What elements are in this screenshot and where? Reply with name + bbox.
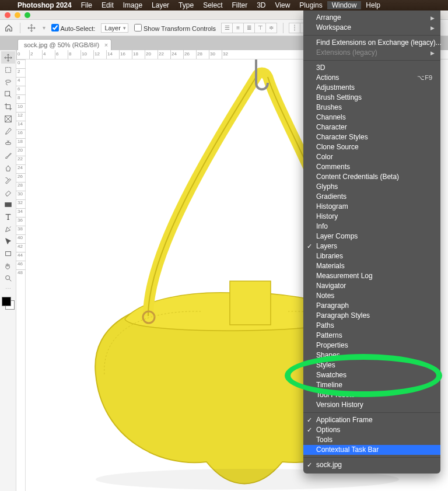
home-icon[interactable] [4, 23, 14, 33]
menu-item-3d[interactable]: 3D [303, 63, 440, 73]
object-select-tool[interactable] [1, 88, 15, 100]
separator [283, 23, 284, 33]
menu-item-libraries[interactable]: Libraries [303, 251, 440, 261]
menu-item-actions[interactable]: Actions⌥F9 [303, 73, 440, 83]
align-left-button[interactable]: ☰ [221, 23, 233, 33]
minimize-window-button[interactable] [15, 12, 20, 18]
menu-item-gradients[interactable]: Gradients [303, 192, 440, 202]
menu-item-info[interactable]: Info [303, 222, 440, 232]
align-center-h-button[interactable]: ≡ [232, 23, 244, 33]
menu-item-content-credentials-beta[interactable]: Content Credentials (Beta) [303, 172, 440, 182]
menu-item-version-history[interactable]: Version History [303, 400, 440, 410]
align-right-button[interactable]: ≣ [243, 23, 255, 33]
menu-item-sock-jpg[interactable]: ✓sock.jpg [303, 460, 440, 470]
menu-item-adjustments[interactable]: Adjustments [303, 83, 440, 93]
menu-item-character-styles[interactable]: Character Styles [303, 132, 440, 142]
distribute-1-button[interactable]: ┆ [289, 23, 300, 33]
menu-separator [303, 457, 440, 458]
close-tab-button[interactable]: × [104, 41, 108, 48]
menu-file[interactable]: File [76, 1, 97, 9]
menu-item-materials[interactable]: Materials [303, 261, 440, 271]
menu-edit[interactable]: Edit [97, 1, 118, 9]
eyedropper-small-tool[interactable] [1, 125, 15, 137]
svg-rect-4 [5, 202, 11, 206]
mac-menubar: Photoshop 2024 FileEditImageLayerTypeSel… [0, 0, 448, 10]
align-top-button[interactable]: ⊤ [254, 23, 266, 33]
menu-view[interactable]: View [271, 1, 295, 9]
window-menu-dropdown[interactable]: Arrange▶Workspace▶Find Extensions on Exc… [303, 10, 440, 474]
menu-item-workspace[interactable]: Workspace▶ [303, 23, 440, 33]
rectangle-tool[interactable] [1, 247, 15, 259]
menu-filter[interactable]: Filter [227, 1, 252, 9]
auto-select-mode-select[interactable]: Layer [101, 23, 128, 33]
menu-item-clone-source[interactable]: Clone Source [303, 142, 440, 152]
menu-item-timeline[interactable]: Timeline [303, 380, 440, 390]
menu-item-brushes[interactable]: Brushes [303, 103, 440, 113]
type-tool[interactable] [1, 211, 15, 223]
gradient-rect-tool[interactable] [1, 198, 15, 211]
history-brush-tool[interactable] [1, 174, 15, 186]
menu-item-glyphs[interactable]: Glyphs [303, 182, 440, 192]
brush-small-tool[interactable] [1, 149, 15, 162]
document-tab[interactable]: sock.jpg @ 50% (RGB/8#) × [18, 39, 111, 50]
menu-item-styles[interactable]: Styles [303, 360, 440, 370]
lasso-tool[interactable] [1, 76, 15, 88]
menu-item-notes[interactable]: Notes [303, 291, 440, 301]
frame-tool[interactable] [1, 113, 15, 125]
menu-item-options[interactable]: ✓Options [303, 425, 440, 435]
menu-select[interactable]: Select [198, 1, 227, 9]
eraser-tool[interactable] [1, 186, 15, 198]
menu-layer[interactable]: Layer [147, 1, 174, 9]
menu-item-paragraph[interactable]: Paragraph [303, 301, 440, 311]
menu-item-paths[interactable]: Paths [303, 321, 440, 331]
menu-item-color[interactable]: Color [303, 152, 440, 162]
move-tool-icon [26, 23, 37, 33]
crop-tool[interactable] [1, 100, 15, 113]
menu-item-application-frame[interactable]: ✓Application Frame [303, 415, 440, 425]
color-swatches[interactable] [1, 296, 15, 310]
show-transform-checkbox[interactable]: Show Transform Controls [134, 23, 216, 32]
menu-item-patterns[interactable]: Patterns [303, 331, 440, 341]
pen-tool[interactable] [1, 223, 15, 235]
menu-3d[interactable]: 3D [252, 1, 270, 9]
clone-tool[interactable] [1, 162, 15, 174]
menu-image[interactable]: Image [118, 1, 147, 9]
dropdown-caret-icon[interactable]: ▾ [43, 24, 46, 31]
menu-item-character[interactable]: Character [303, 122, 440, 132]
tool-overflow[interactable]: ⋯ [5, 285, 11, 292]
menu-window[interactable]: Window [327, 1, 362, 9]
menu-item-paragraph-styles[interactable]: Paragraph Styles [303, 311, 440, 321]
path-select-tool[interactable] [1, 235, 15, 247]
auto-select-checkbox[interactable]: Auto-Select: [51, 23, 95, 32]
menu-item-histogram[interactable]: Histogram [303, 202, 440, 212]
menu-item-comments[interactable]: Comments [303, 162, 440, 172]
menu-help[interactable]: Help [361, 1, 385, 9]
menu-item-channels[interactable]: Channels [303, 113, 440, 122]
zoom-window-button[interactable] [24, 12, 30, 18]
menu-item-navigator[interactable]: Navigator [303, 281, 440, 291]
menu-item-find-extensions-on-exchange-legacy[interactable]: Find Extensions on Exchange (legacy)... [303, 38, 440, 48]
menu-item-brush-settings[interactable]: Brush Settings [303, 93, 440, 103]
menu-item-layers[interactable]: ✓Layers [303, 241, 440, 251]
menu-item-contextual-task-bar[interactable]: Contextual Task Bar [303, 445, 440, 455]
hand-tool[interactable] [1, 259, 15, 272]
menu-item-arrange[interactable]: Arrange▶ [303, 13, 440, 23]
menu-item-tools[interactable]: Tools [303, 435, 440, 445]
spot-heal-tool[interactable] [1, 137, 15, 149]
close-window-button[interactable] [5, 12, 10, 18]
menu-type[interactable]: Type [174, 1, 198, 9]
zoom-tool[interactable] [1, 272, 15, 284]
menu-item-tool-presets[interactable]: Tool Presets [303, 390, 440, 400]
align-center-v-button[interactable]: ≑ [265, 23, 277, 33]
menu-item-measurement-log[interactable]: Measurement Log [303, 271, 440, 281]
vertical-ruler: 0246810121416182022242628303234363840424… [16, 59, 26, 491]
menu-item-history[interactable]: History [303, 212, 440, 222]
menu-item-swatches[interactable]: Swatches [303, 370, 440, 380]
menu-item-layer-comps[interactable]: Layer Comps [303, 232, 440, 241]
menu-item-shapes[interactable]: Shapes [303, 350, 440, 360]
artboard-tool[interactable] [1, 64, 15, 76]
menu-plugins[interactable]: Plugins [295, 1, 327, 9]
menu-item-properties[interactable]: Properties [303, 341, 440, 350]
app-name[interactable]: Photoshop 2024 [13, 1, 76, 9]
move-tool[interactable] [1, 51, 15, 64]
